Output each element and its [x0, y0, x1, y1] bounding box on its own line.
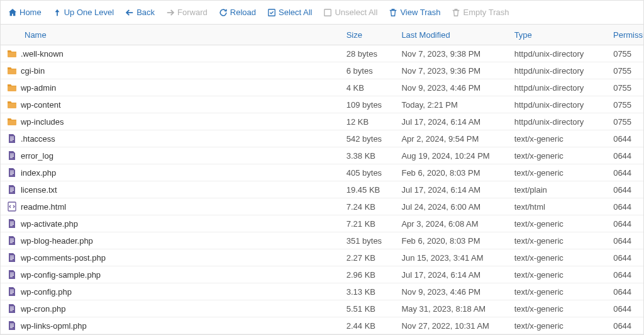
table-row[interactable]: .well-known28 bytesNov 7, 2023, 9:38 PMh…: [1, 45, 643, 62]
table-row[interactable]: wp-comments-post.php2.27 KBJun 15, 2023,…: [1, 249, 643, 266]
file-size: 5.51 KB: [340, 304, 396, 314]
select-all-label: Select All: [279, 8, 312, 17]
table-row[interactable]: error_log3.38 KBAug 19, 2024, 10:24 PMte…: [1, 147, 643, 164]
file-icon: [1, 133, 18, 144]
up-arrow-icon: [53, 8, 62, 17]
file-name: readme.html: [18, 202, 340, 212]
empty-trash-label: Empty Trash: [463, 8, 509, 17]
table-row[interactable]: wp-cron.php5.51 KBMay 31, 2023, 8:18 AMt…: [1, 300, 643, 317]
table-row[interactable]: readme.html7.24 KBJul 24, 2024, 6:00 AMt…: [1, 198, 643, 215]
file-icon: [1, 287, 18, 297]
file-type: text/x-generic: [508, 287, 607, 297]
file-type: httpd/unix-directory: [508, 49, 607, 59]
file-modified: Jul 17, 2024, 6:14 AM: [395, 270, 508, 280]
table-row[interactable]: .htaccess542 bytesApr 2, 2024, 9:54 PMte…: [1, 130, 643, 147]
file-name: wp-config.php: [18, 287, 340, 297]
table-row[interactable]: wp-content109 bytesToday, 2:21 PMhttpd/u…: [1, 96, 643, 113]
select-all-icon: [267, 8, 276, 17]
up-one-level-label: Up One Level: [64, 8, 114, 17]
file-icon: [1, 168, 18, 178]
file-name: .htaccess: [18, 134, 340, 144]
table-row[interactable]: wp-includes12 KBJul 17, 2024, 6:14 AMhtt…: [1, 113, 643, 130]
column-header-modified[interactable]: Last Modified: [395, 30, 508, 40]
column-header-type[interactable]: Type: [508, 30, 607, 40]
file-modified: Feb 6, 2020, 8:03 PM: [395, 168, 508, 178]
file-modified: Nov 7, 2023, 9:36 PM: [395, 66, 508, 76]
file-type: text/html: [508, 202, 607, 212]
file-name: license.txt: [18, 185, 340, 195]
file-size: 109 bytes: [340, 100, 396, 110]
empty-trash-button: Empty Trash: [452, 8, 509, 17]
trash-icon: [389, 8, 397, 17]
file-modified: Aug 19, 2024, 10:24 PM: [395, 151, 508, 161]
file-type: text/x-generic: [508, 253, 607, 263]
table-row[interactable]: wp-activate.php7.21 KBApr 3, 2024, 6:08 …: [1, 215, 643, 232]
file-modified: Nov 27, 2022, 10:31 AM: [395, 321, 508, 331]
forward-arrow-icon: [166, 8, 175, 17]
file-type: httpd/unix-directory: [508, 100, 607, 110]
file-icon: [1, 150, 18, 161]
folder-icon: [1, 99, 18, 110]
file-size: 2.44 KB: [340, 321, 396, 331]
column-header-name[interactable]: Name: [1, 30, 340, 40]
view-trash-button[interactable]: View Trash: [389, 8, 440, 17]
file-permissions: 0755: [607, 100, 643, 110]
folder-icon: [1, 116, 18, 127]
column-header-permissions[interactable]: Permissio: [607, 30, 643, 40]
back-label: Back: [136, 8, 155, 17]
file-permissions: 0644: [607, 185, 643, 195]
table-row[interactable]: wp-config.php3.13 KBNov 9, 2023, 4:46 PM…: [1, 283, 643, 300]
file-size: 2.27 KB: [340, 253, 396, 263]
home-label: Home: [19, 8, 42, 17]
forward-button: Forward: [166, 8, 208, 17]
file-permissions: 0644: [607, 151, 643, 161]
file-permissions: 0644: [607, 270, 643, 280]
file-modified: Jun 15, 2023, 3:41 AM: [395, 253, 508, 263]
table-row[interactable]: wp-blog-header.php351 bytesFeb 6, 2020, …: [1, 232, 643, 249]
file-size: 12 KB: [340, 117, 396, 127]
select-all-button[interactable]: Select All: [267, 8, 312, 17]
back-arrow-icon: [125, 8, 134, 17]
file-modified: Jul 17, 2024, 6:14 AM: [395, 117, 508, 127]
file-size: 19.45 KB: [340, 185, 396, 195]
file-size: 7.21 KB: [340, 219, 396, 229]
file-size: 7.24 KB: [340, 202, 396, 212]
file-modified: Jul 24, 2024, 6:00 AM: [395, 202, 508, 212]
file-permissions: 0755: [607, 49, 643, 59]
file-permissions: 0644: [607, 134, 643, 144]
file-permissions: 0644: [607, 202, 643, 212]
file-name: wp-cron.php: [18, 304, 340, 314]
file-name: wp-content: [18, 100, 340, 110]
toolbar: Home Up One Level Back Forward Reload Se…: [1, 1, 643, 25]
file-type: text/x-generic: [508, 270, 607, 280]
file-type: text/plain: [508, 185, 607, 195]
file-name: wp-activate.php: [18, 219, 340, 229]
forward-label: Forward: [177, 8, 208, 17]
home-button[interactable]: Home: [8, 8, 42, 17]
file-permissions: 0644: [607, 236, 643, 246]
table-row[interactable]: wp-admin4 KBNov 9, 2023, 4:46 PMhttpd/un…: [1, 79, 643, 96]
html-icon: [1, 202, 18, 212]
file-icon: [1, 253, 18, 263]
unselect-all-label: Unselect All: [335, 8, 377, 17]
file-name: cgi-bin: [18, 66, 340, 76]
table-header: Name Size Last Modified Type Permissio: [1, 25, 643, 45]
file-name: index.php: [18, 168, 340, 178]
column-header-size[interactable]: Size: [340, 30, 396, 40]
up-one-level-button[interactable]: Up One Level: [53, 8, 114, 17]
table-row[interactable]: wp-config-sample.php2.96 KBJul 17, 2024,…: [1, 266, 643, 283]
home-icon: [8, 8, 17, 17]
reload-button[interactable]: Reload: [219, 8, 256, 17]
table-row[interactable]: license.txt19.45 KBJul 17, 2024, 6:14 AM…: [1, 181, 643, 198]
trash-icon: [452, 8, 460, 17]
back-button[interactable]: Back: [125, 8, 155, 17]
file-permissions: 0755: [607, 66, 643, 76]
table-row[interactable]: wp-links-opml.php2.44 KBNov 27, 2022, 10…: [1, 317, 643, 334]
table-row[interactable]: cgi-bin6 bytesNov 7, 2023, 9:36 PMhttpd/…: [1, 62, 643, 79]
file-icon: [1, 219, 18, 229]
file-permissions: 0644: [607, 287, 643, 297]
table-row[interactable]: index.php405 bytesFeb 6, 2020, 8:03 PMte…: [1, 164, 643, 181]
unselect-all-button: Unselect All: [323, 8, 377, 17]
file-permissions: 0644: [607, 321, 643, 331]
file-modified: Nov 9, 2023, 4:46 PM: [395, 287, 508, 297]
